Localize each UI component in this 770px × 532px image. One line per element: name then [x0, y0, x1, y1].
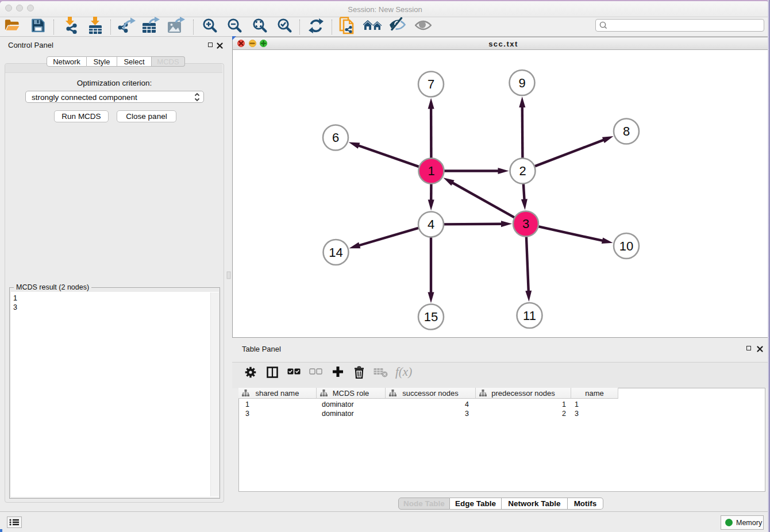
svg-text:9: 9: [518, 76, 525, 90]
svg-text:11: 11: [523, 309, 536, 323]
svg-text:14: 14: [329, 245, 342, 260]
svg-text:3: 3: [522, 217, 529, 231]
svg-text:15: 15: [424, 310, 438, 324]
svg-text:6: 6: [332, 130, 339, 145]
svg-text:7: 7: [428, 77, 434, 91]
svg-text:8: 8: [623, 124, 630, 138]
svg-text:10: 10: [619, 239, 633, 253]
svg-text:2: 2: [519, 164, 526, 178]
svg-text:1: 1: [428, 164, 434, 178]
svg-text:4: 4: [428, 217, 434, 232]
